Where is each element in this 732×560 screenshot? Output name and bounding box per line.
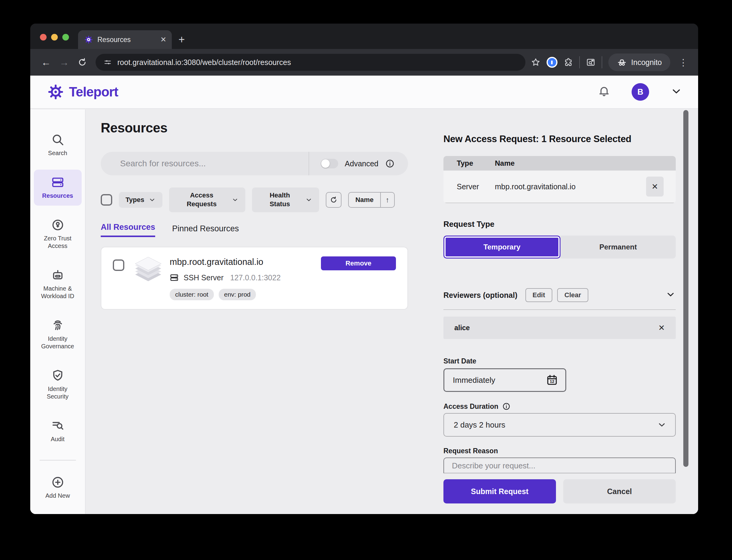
resource-checkbox[interactable]	[113, 259, 124, 271]
row-type: Server	[444, 182, 495, 191]
page-title: Resources	[101, 120, 408, 135]
forward-button[interactable]: →	[56, 54, 72, 70]
collapse-reviewers-button[interactable]	[665, 289, 676, 301]
request-type-segmented-control: Temporary Permanent	[444, 236, 676, 259]
select-all-checkbox[interactable]	[101, 194, 112, 206]
start-date-value: Immediately	[453, 376, 546, 385]
access-duration-label: Access Duration	[444, 402, 676, 411]
password-manager-icon[interactable]	[547, 57, 558, 68]
resources-search-bar: Advanced	[101, 152, 408, 175]
sidebar-item-zero-trust-access[interactable]: Zero Trust Access	[34, 212, 82, 256]
shield-check-icon	[51, 369, 64, 382]
bookmark-star-icon[interactable]	[531, 57, 541, 67]
extensions-icon[interactable]	[564, 57, 573, 67]
minimize-window-button[interactable]	[51, 34, 58, 41]
browser-menu-button[interactable]: ⋮	[676, 57, 690, 68]
resources-list-panel: Resources Advanced	[101, 120, 408, 310]
clear-reviewers-button[interactable]: Clear	[557, 288, 588, 302]
calendar-icon[interactable]	[546, 374, 558, 386]
teleport-app: Teleport B Search R	[30, 76, 698, 514]
cancel-button[interactable]: Cancel	[563, 479, 676, 503]
chevron-down-icon	[305, 196, 312, 203]
chevron-down-icon	[657, 420, 667, 430]
chevron-down-icon	[670, 85, 682, 97]
side-panel-icon[interactable]	[586, 57, 596, 67]
table-header: Type Name	[444, 156, 676, 171]
incognito-label: Incognito	[631, 58, 662, 67]
sidebar-item-audit[interactable]: Audit	[34, 413, 82, 449]
address-bar[interactable]: root.gravitational.io:3080/web/cluster/r…	[96, 54, 526, 71]
sidebar-item-search[interactable]: Search	[34, 127, 82, 163]
remove-resource-button[interactable]: Remove	[321, 256, 396, 270]
reviewer-item: alice ✕	[444, 317, 676, 339]
request-reason-textarea[interactable]	[444, 457, 676, 473]
sidebar-item-identity-governance[interactable]: Identity Governance	[34, 313, 82, 356]
search-input[interactable]	[101, 159, 308, 168]
new-tab-button[interactable]: +	[178, 33, 185, 46]
resource-name: mbp.root.gravitational.io	[170, 257, 281, 267]
reviewer-name: alice	[454, 324, 470, 332]
url-text[interactable]: root.gravitational.io:3080/web/cluster/r…	[117, 58, 291, 67]
window-controls	[30, 34, 78, 41]
scrollbar-thumb[interactable]	[683, 110, 688, 467]
site-settings-icon[interactable]	[103, 58, 112, 67]
remove-selected-resource-button[interactable]: ✕	[646, 177, 664, 197]
start-date-input[interactable]: Immediately	[444, 368, 566, 392]
table-row: Server mbp.root.gravitational.io ✕	[444, 171, 676, 203]
form-actions: Submit Request Cancel	[444, 479, 676, 503]
chevron-down-icon	[665, 289, 676, 300]
access-duration-select[interactable]: 2 days 2 hours	[444, 413, 676, 437]
server-stack-illustration	[135, 257, 162, 282]
zero-trust-icon	[51, 218, 64, 232]
browser-tab[interactable]: Resources ✕	[78, 30, 172, 49]
plus-circle-icon	[51, 476, 64, 489]
back-button[interactable]: ←	[38, 54, 54, 70]
advanced-info-icon[interactable]	[385, 159, 395, 168]
reload-button[interactable]	[74, 54, 90, 70]
tab-pinned-resources[interactable]: Pinned Resources	[172, 224, 239, 237]
chevron-down-icon	[232, 196, 239, 203]
access-request-panel: New Access Request: 1 Resource Selected …	[444, 134, 676, 503]
zoom-window-button[interactable]	[62, 34, 69, 41]
notifications-button[interactable]	[598, 85, 610, 99]
close-window-button[interactable]	[40, 34, 47, 41]
sort-field-button[interactable]: Name	[349, 193, 380, 207]
row-name: mbp.root.gravitational.io	[495, 182, 576, 191]
resource-card[interactable]: mbp.root.gravitational.io SSH Server 127…	[101, 247, 408, 310]
teleport-logo[interactable]: Teleport	[47, 83, 118, 100]
sidebar-item-machine-workload-id[interactable]: Machine & Workload ID	[34, 262, 82, 306]
types-filter-button[interactable]: Types	[119, 192, 162, 208]
permanent-option[interactable]: Permanent	[561, 236, 676, 259]
temporary-option[interactable]: Temporary	[444, 236, 561, 259]
access-requests-filter-button[interactable]: Access Requests	[169, 187, 245, 212]
robot-icon	[51, 269, 64, 282]
info-icon[interactable]	[502, 402, 511, 411]
sidebar-item-add-new[interactable]: Add New	[34, 470, 82, 506]
incognito-badge: Incognito	[608, 54, 670, 71]
toolbar-divider	[602, 56, 602, 68]
sidebar-divider	[40, 460, 76, 461]
refresh-icon	[330, 196, 337, 204]
sidebar-item-resources[interactable]: Resources	[34, 170, 82, 206]
sort-direction-button[interactable]: ↑	[381, 193, 394, 207]
user-menu-button[interactable]	[670, 85, 682, 99]
submit-request-button[interactable]: Submit Request	[444, 479, 556, 503]
tab-all-resources[interactable]: All Resources	[101, 223, 155, 237]
reviewers-divider	[444, 309, 676, 310]
resource-address: 127.0.0.1:3022	[230, 273, 281, 282]
access-duration-value: 2 days 2 hours	[454, 420, 657, 430]
refresh-button[interactable]	[326, 192, 341, 208]
edit-reviewers-button[interactable]: Edit	[526, 288, 553, 302]
advanced-toggle[interactable]	[320, 159, 338, 168]
column-type: Type	[444, 159, 495, 168]
sidebar-item-identity-security[interactable]: Identity Security	[34, 363, 82, 406]
resource-label[interactable]: cluster: root	[170, 289, 214, 300]
avatar[interactable]: B	[632, 83, 649, 101]
search-icon	[51, 133, 64, 146]
remove-reviewer-button[interactable]: ✕	[658, 323, 665, 333]
teleport-gear-icon	[47, 83, 64, 100]
resource-label[interactable]: env: prod	[219, 289, 256, 300]
health-status-filter-button[interactable]: Health Status	[252, 187, 319, 212]
resource-kind: SSH Server	[184, 273, 223, 282]
close-tab-icon[interactable]: ✕	[160, 35, 166, 44]
